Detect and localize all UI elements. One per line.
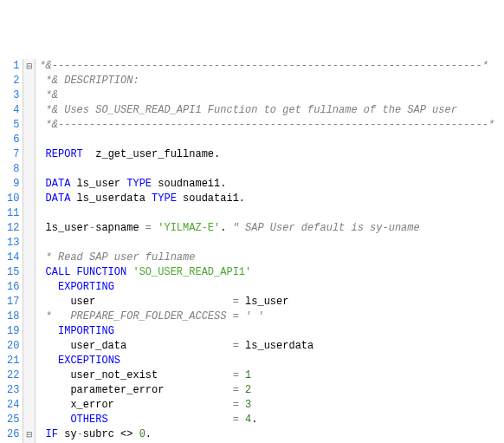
code-line[interactable]: *&--------------------------------------… [39,59,494,74]
code-token: = [233,296,239,308]
fold-marker [23,339,35,354]
line-number: 4 [7,103,19,118]
code-line[interactable]: parameter_error = 2 [39,383,494,398]
code-line[interactable]: OTHERS = 4. [39,413,494,427]
code-token: parameter_error [39,384,232,396]
line-number: 20 [7,339,19,354]
code-token [39,355,58,367]
fold-marker [23,309,35,324]
line-number: 26 [7,427,19,442]
code-token: = [145,222,152,234]
code-line[interactable]: * PREPARE_FOR_FOLDER_ACCESS = ' ' [39,309,494,324]
code-token: ls_user [239,296,289,308]
code-token [39,119,45,131]
code-token [39,104,45,116]
code-line[interactable]: user_data = ls_userdata [39,339,494,354]
fold-column: ⊟ ⊟ [23,59,36,443]
fold-marker [23,118,35,133]
code-line[interactable]: CALL FUNCTION 'SO_USER_READ_API1' [39,265,494,280]
code-token: *&--------------------------------------… [39,60,488,72]
code-token [239,384,245,396]
code-line[interactable]: user_not_exist = 1 [39,368,494,383]
code-line[interactable]: DATA ls_userdata TYPE soudatai1. [39,192,494,206]
code-token: *& [46,89,58,101]
code-line[interactable]: ls_user-sapname = 'YILMAZ-E'. " SAP User… [39,221,494,236]
code-line[interactable]: * Read SAP user fullname [39,251,494,265]
fold-marker [23,265,35,280]
line-number: 7 [7,147,19,162]
code-line[interactable] [39,206,494,221]
code-area[interactable]: *&--------------------------------------… [36,59,494,443]
code-token [39,325,58,337]
code-token: 'YILMAZ-E' [158,222,220,234]
fold-marker [23,368,35,383]
fold-marker [23,74,35,88]
fold-marker [23,354,35,368]
code-token: ls_user [39,222,89,234]
code-line[interactable]: *& [39,88,494,103]
line-number: 17 [7,295,19,309]
code-token: user [39,296,232,308]
code-token: subrc <> [83,428,139,440]
code-token [39,266,45,278]
code-token: ls_userdata [70,192,152,205]
code-token: = [233,369,239,381]
line-number: 22 [7,368,19,383]
line-number: 12 [7,221,19,236]
code-line[interactable]: IMPORTING [39,324,494,339]
code-line[interactable]: x_error = 3 [39,398,494,413]
code-token [39,414,70,426]
fold-marker[interactable]: ⊟ [23,427,35,442]
code-token: . [145,428,152,440]
code-token: x_error [39,399,232,411]
code-token: soudatai1. [177,192,245,205]
code-token [39,148,45,160]
code-token: IF [46,428,58,440]
line-number: 11 [7,206,19,221]
code-line[interactable]: REPORT z_get_user_fullname. [39,147,494,162]
code-token [39,310,45,322]
fold-marker [23,206,35,221]
code-token [39,428,45,440]
code-line[interactable]: EXPORTING [39,280,494,295]
fold-marker [23,103,35,118]
fold-marker [23,295,35,309]
code-token: *&--------------------------------------… [46,119,494,131]
code-token: OTHERS [70,414,107,426]
code-line[interactable]: *& Uses SO_USER_READ_API1 Function to ge… [39,103,494,118]
fold-marker[interactable]: ⊟ [23,59,35,74]
code-token: = [233,384,239,396]
code-token: EXCEPTIONS [58,355,120,367]
code-token: . [220,222,232,234]
fold-marker [23,251,35,265]
code-token: TYPE [152,192,177,205]
code-token [39,178,45,190]
code-line[interactable]: *&--------------------------------------… [39,118,494,133]
fold-marker [23,383,35,398]
code-line[interactable]: EXCEPTIONS [39,354,494,368]
code-token: = [233,340,239,352]
code-line[interactable] [39,162,494,177]
line-number: 8 [7,162,19,177]
fold-marker [23,324,35,339]
code-line[interactable] [39,236,494,251]
code-token: z_get_user_fullname. [83,148,220,160]
line-number: 2 [7,74,19,88]
fold-marker [23,88,35,103]
code-token: REPORT [46,148,83,160]
fold-marker [23,162,35,177]
code-line[interactable]: *& DESCRIPTION: [39,74,494,88]
fold-marker [23,192,35,206]
code-token: TYPE [126,178,152,190]
line-number: 6 [7,133,19,147]
code-line[interactable]: IF sy-subrc <> 0. [39,427,494,442]
code-line[interactable]: DATA ls_user TYPE soudnamei1. [39,177,494,192]
line-number: 19 [7,324,19,339]
code-token: soudnamei1. [152,178,226,190]
code-line[interactable]: user = ls_user [39,295,494,309]
code-line[interactable] [39,133,494,147]
code-token: IMPORTING [58,325,114,337]
code-token: CALL FUNCTION [46,266,127,278]
line-number: 14 [7,251,19,265]
code-token: ls_user [70,178,126,190]
